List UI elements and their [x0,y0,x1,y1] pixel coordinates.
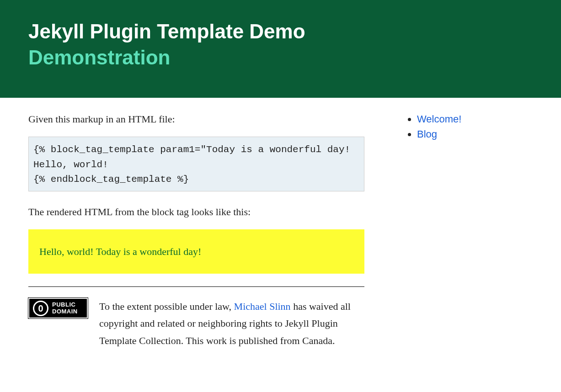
page-title-main: Jekyll Plugin Template Demo [28,20,305,42]
public-domain-badge[interactable]: PUBLIC DOMAIN [28,298,88,318]
main-content: Given this markup in an HTML file: {% bl… [28,111,364,349]
sidebar-link-welcome[interactable]: Welcome! [417,113,461,125]
code-sample[interactable]: {% block_tag_template param1="Today is a… [33,143,359,191]
license-section: PUBLIC DOMAIN To the extent possible und… [28,298,364,349]
page-header: Jekyll Plugin Template Demo Demonstratio… [0,0,561,98]
page-title: Jekyll Plugin Template Demo Demonstratio… [28,18,533,70]
rendered-lead-text: The rendered HTML from the block tag loo… [28,204,364,219]
intro-text: Given this markup in an HTML file: [28,111,364,127]
sidebar-item-welcome: Welcome! [417,111,520,127]
author-link[interactable]: Michael Slinn [234,301,291,312]
license-text-before: To the extent possible under law, [99,301,234,312]
divider [28,286,364,287]
rendered-output-block: Hello, world! Today is a wonderful day! [28,229,364,274]
sidebar-link-blog[interactable]: Blog [417,128,437,140]
page-subtitle: Demonstration [28,44,533,70]
code-sample-block: {% block_tag_template param1="Today is a… [28,137,364,191]
public-domain-label: PUBLIC DOMAIN [52,302,78,315]
license-text: To the extent possible under law, Michae… [99,298,364,349]
sidebar-item-blog: Blog [417,127,520,142]
sidebar-nav: Welcome! Blog [406,111,520,349]
cc-zero-icon [33,301,48,316]
rendered-output: Hello, world! Today is a wonderful day! [39,244,353,259]
sidebar-list: Welcome! Blog [406,111,520,142]
